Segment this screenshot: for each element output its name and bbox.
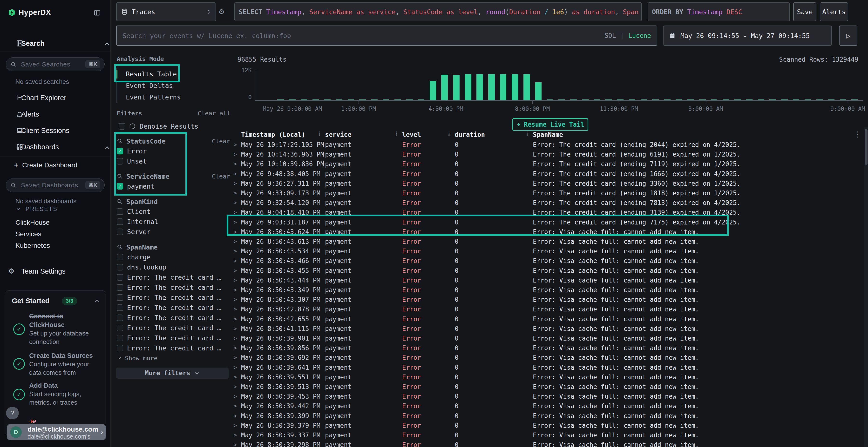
- table-row[interactable]: >May 26 8:50:39.379 PMpaymentError0Error…: [231, 421, 863, 431]
- filter-option[interactable]: charge: [117, 252, 230, 262]
- histogram-bar[interactable]: [734, 100, 741, 100]
- histogram-bar[interactable]: [523, 74, 530, 100]
- histogram-bar[interactable]: [558, 100, 565, 100]
- histogram-bar[interactable]: [851, 100, 858, 100]
- checkbox-icon[interactable]: [117, 264, 123, 271]
- histogram-bar[interactable]: [828, 100, 835, 100]
- row-expand-chevron[interactable]: >: [231, 277, 241, 284]
- column-header-duration[interactable]: ⁞duration: [455, 131, 533, 138]
- histogram-bar[interactable]: [301, 100, 307, 100]
- histogram-bar[interactable]: [277, 100, 284, 100]
- histogram-bar[interactable]: [441, 75, 448, 100]
- histogram-bar[interactable]: [371, 100, 378, 100]
- histogram-bar[interactable]: [641, 100, 647, 100]
- row-expand-chevron[interactable]: >: [231, 171, 241, 177]
- table-row[interactable]: >May 26 8:50:39.901 PMpaymentError0Error…: [231, 334, 863, 343]
- filter-option[interactable]: Error: The credit card …: [117, 313, 230, 323]
- histogram-bar[interactable]: [488, 74, 495, 100]
- filter-option[interactable]: Error: The credit card …: [117, 272, 230, 282]
- scrollbar-track[interactable]: [864, 127, 868, 447]
- table-row[interactable]: >May 26 10:10:39.836 PMpaymentError0Erro…: [231, 159, 863, 169]
- checkbox-icon[interactable]: [117, 254, 123, 260]
- table-row[interactable]: >May 26 8:50:42.878 PMpaymentError0Error…: [231, 304, 863, 314]
- row-expand-chevron[interactable]: >: [231, 383, 241, 390]
- row-expand-chevron[interactable]: >: [231, 413, 241, 419]
- table-row[interactable]: >May 26 8:50:41.115 PMpaymentError0Error…: [231, 324, 863, 334]
- histogram-bar[interactable]: [781, 100, 788, 100]
- histogram-bar[interactable]: [758, 100, 764, 100]
- histogram-bar[interactable]: [359, 100, 366, 100]
- checkbox-icon[interactable]: [117, 294, 123, 301]
- table-row[interactable]: >May 26 9:32:54.120 PMpaymentError0Error…: [231, 198, 863, 208]
- column-separator-icon[interactable]: ⁞: [448, 130, 450, 138]
- table-row[interactable]: >May 26 8:50:43.349 PMpaymentError0Error…: [231, 285, 863, 295]
- filter-option[interactable]: Client: [117, 206, 230, 216]
- sidebar-item-dashboards[interactable]: Dashboards: [0, 141, 111, 153]
- histogram-bar[interactable]: [723, 100, 729, 100]
- row-expand-chevron[interactable]: >: [231, 141, 241, 148]
- create-dashboard-button[interactable]: + Create Dashboard: [0, 160, 111, 171]
- table-row[interactable]: >May 26 8:50:39.298 PMpaymentError0Error…: [231, 440, 863, 447]
- histogram-bar[interactable]: [453, 75, 460, 100]
- checkbox-icon[interactable]: [117, 229, 123, 235]
- histogram-bar[interactable]: [629, 100, 635, 100]
- filter-option[interactable]: Error: The credit card …: [117, 293, 230, 303]
- histogram-bar[interactable]: [570, 100, 577, 100]
- sidebar-item-preset-kubernetes[interactable]: Kubernetes: [16, 242, 50, 249]
- histogram-bar[interactable]: [711, 100, 717, 100]
- histogram-bar[interactable]: [840, 100, 846, 100]
- search-icon[interactable]: [117, 199, 123, 205]
- row-expand-chevron[interactable]: >: [231, 422, 241, 429]
- histogram-bar[interactable]: [312, 100, 319, 100]
- table-row[interactable]: >May 26 8:50:39.641 PMpaymentError0Error…: [231, 363, 863, 372]
- row-expand-chevron[interactable]: >: [231, 190, 241, 197]
- histogram-bar[interactable]: [512, 74, 518, 100]
- chevron-up-icon[interactable]: [94, 298, 100, 304]
- presets-toggle[interactable]: PRESETS: [16, 206, 58, 212]
- table-row[interactable]: >May 26 8:50:39.442 PMpaymentError0Error…: [231, 401, 863, 411]
- row-expand-chevron[interactable]: >: [231, 306, 241, 313]
- histogram-bar[interactable]: [699, 100, 706, 100]
- table-row[interactable]: >May 26 10:14:36.963 PMpaymentError0Erro…: [231, 149, 863, 159]
- row-expand-chevron[interactable]: >: [231, 374, 241, 381]
- table-row[interactable]: >May 26 9:33:09.173 PMpaymentError0Error…: [231, 188, 863, 198]
- checkbox-icon[interactable]: [117, 304, 123, 311]
- table-row[interactable]: >May 26 8:50:43.444 PMpaymentError0Error…: [231, 276, 863, 285]
- filter-option[interactable]: dns.lookup: [117, 262, 230, 272]
- table-row[interactable]: >May 26 8:50:39.453 PMpaymentError0Error…: [231, 391, 863, 401]
- sidebar-item-client-sessions[interactable]: Client Sessions: [0, 125, 111, 136]
- row-expand-chevron[interactable]: >: [231, 325, 241, 332]
- row-expand-chevron[interactable]: >: [231, 364, 241, 371]
- table-row[interactable]: >May 26 8:50:43.307 PMpaymentError0Error…: [231, 295, 863, 304]
- row-expand-chevron[interactable]: >: [231, 354, 241, 361]
- row-expand-chevron[interactable]: >: [231, 267, 241, 274]
- histogram-bar[interactable]: [500, 74, 506, 100]
- column-separator-icon[interactable]: ⁞: [318, 130, 320, 138]
- row-expand-chevron[interactable]: >: [231, 442, 241, 447]
- histogram-bar[interactable]: [418, 100, 424, 100]
- histogram-bar[interactable]: [383, 100, 389, 100]
- histogram-bar[interactable]: [805, 100, 811, 100]
- histogram-bar[interactable]: [289, 100, 296, 100]
- histogram-bar[interactable]: [676, 100, 682, 100]
- show-more-link[interactable]: Show more: [117, 353, 230, 363]
- histogram-bar[interactable]: [816, 100, 823, 100]
- resume-live-tail-button[interactable]: Resume Live Tail: [512, 118, 588, 131]
- more-filters-button[interactable]: More filters: [116, 368, 228, 379]
- filter-option[interactable]: Error: The credit card …: [117, 303, 230, 313]
- row-expand-chevron[interactable]: >: [231, 286, 241, 294]
- histogram-bar[interactable]: [582, 100, 589, 100]
- histogram-bar[interactable]: [324, 100, 331, 100]
- histogram-bar[interactable]: [336, 100, 342, 100]
- table-row[interactable]: >May 26 8:50:39.692 PMpaymentError0Error…: [231, 353, 863, 363]
- filter-option[interactable]: Server: [117, 227, 230, 237]
- table-row[interactable]: >May 26 8:50:43.534 PMpaymentError0Error…: [231, 246, 863, 256]
- row-expand-chevron[interactable]: >: [231, 151, 241, 158]
- histogram-bar[interactable]: [395, 100, 401, 100]
- histogram-bar[interactable]: [535, 82, 541, 100]
- table-row[interactable]: >May 26 8:50:43.455 PMpaymentError0Error…: [231, 266, 863, 276]
- table-row[interactable]: >May 26 8:50:43.613 PMpaymentError0Error…: [231, 237, 863, 246]
- clear-filter-link[interactable]: Clear: [212, 173, 230, 180]
- histogram-bar[interactable]: [793, 100, 799, 100]
- histogram-bar[interactable]: [664, 100, 671, 100]
